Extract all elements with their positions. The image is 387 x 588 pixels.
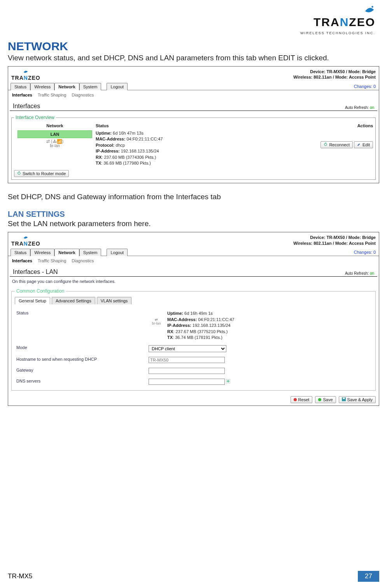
page-title: NETWORK <box>8 40 379 53</box>
tab-wireless[interactable]: Wireless <box>30 83 54 90</box>
lan-settings-heading: LAN SETTINGS <box>8 210 379 219</box>
changes-link[interactable]: Changes: 0 <box>354 82 379 90</box>
device-info: Device: TR-MX50 / Mode: Bridge Wireless:… <box>293 69 376 80</box>
uptime-label: Uptime: <box>96 131 112 135</box>
mode-select[interactable]: DHCP client <box>149 345 226 352</box>
tab-system[interactable]: System <box>79 83 102 90</box>
svg-rect-3 <box>343 398 345 399</box>
auto-refresh-state[interactable]: on <box>370 271 374 276</box>
interfaces-panel: TRANZEO Device: TR-MX50 / Mode: Bridge W… <box>8 66 379 183</box>
tab-wireless[interactable]: Wireless <box>30 249 54 256</box>
label-mode: Mode <box>16 345 149 350</box>
brand-logo-block: TRANZEO WIRELESS TECHNOLOGIES INC. <box>8 4 379 36</box>
page-description: On this page you can configure the netwo… <box>8 277 379 287</box>
save-icon <box>318 398 321 401</box>
label-gateway: Gateway <box>16 368 149 372</box>
ip-label: IP-Address: <box>167 323 191 328</box>
tab-network[interactable]: Network <box>54 83 79 90</box>
innertab-advanced[interactable]: Advanced Settings <box>52 297 95 304</box>
bridge-icon: ⇄ <box>46 139 50 144</box>
svg-point-0 <box>371 6 373 8</box>
device-line: Device: TR-MX50 / Mode: Bridge <box>293 69 376 74</box>
auto-refresh-label: Auto Refresh: <box>345 105 369 110</box>
ethernet-icon: 🖧 <box>53 139 57 144</box>
switch-router-button[interactable]: Switch to Router mode <box>14 170 69 177</box>
page-footer: TR-MX5 27 <box>8 571 379 582</box>
changes-link[interactable]: Changes: 0 <box>354 248 379 256</box>
edit-icon <box>357 142 361 147</box>
footer-buttons: Reset Save Save & Apply <box>8 394 379 405</box>
subtab-traffic[interactable]: Traffic Shaping <box>36 258 68 264</box>
reconnect-button[interactable]: Reconnect <box>320 141 353 148</box>
ip-value: 192.168.123.135/24 <box>121 149 159 153</box>
innertab-general[interactable]: General Setup <box>15 297 50 304</box>
tx-value: : 36.69 MB (177980 Pkts.) <box>101 161 151 165</box>
auto-refresh-label: Auto Refresh: <box>345 271 369 276</box>
brand-n: N <box>24 75 28 81</box>
subtab-interfaces[interactable]: Interfaces <box>11 92 34 98</box>
subtab-diagnostics[interactable]: Diagnostics <box>70 258 95 264</box>
actions-cell: Reconnect Edit <box>303 130 373 148</box>
gateway-input[interactable] <box>149 368 225 374</box>
col-head-actions: Actions <box>303 123 373 128</box>
innertab-vlan[interactable]: VLAN settings <box>97 297 132 304</box>
footer-page-number: 27 <box>358 571 379 582</box>
main-tabs: Status Wireless Network System Logout Ch… <box>8 248 379 256</box>
edit-label: Edit <box>362 142 370 147</box>
main-tabs: Status Wireless Network System Logout Ch… <box>8 82 379 90</box>
brand-post: ZEO <box>349 16 375 28</box>
reset-button[interactable]: Reset <box>291 396 313 403</box>
brand-wordmark: TRANZEO <box>313 16 375 28</box>
tab-status[interactable]: Status <box>11 83 30 90</box>
tab-logout[interactable]: Logout <box>107 249 128 256</box>
mac-value: 04:F0:21:11:CC:47 <box>198 317 234 322</box>
brand-post: ZEO <box>28 75 40 81</box>
section-title: Interfaces - LAN <box>13 269 58 276</box>
auto-refresh-state[interactable]: on <box>370 105 374 110</box>
brand-swoosh-icon <box>11 69 40 74</box>
reconnect-label: Reconnect <box>329 142 350 147</box>
auto-refresh: Auto Refresh: on <box>345 271 374 276</box>
proto-value: dhcp <box>116 143 125 147</box>
save-apply-label: Save & Apply <box>347 397 373 402</box>
mac-label: MAC-Address: <box>96 137 125 141</box>
tab-logout[interactable]: Logout <box>107 83 128 90</box>
footer-model: TR-MX5 <box>8 572 32 580</box>
iface-name: br-lan <box>14 144 96 148</box>
hostname-input[interactable] <box>149 357 225 363</box>
brand-pre: TRA <box>11 75 24 81</box>
subtab-interfaces[interactable]: Interfaces <box>11 258 34 264</box>
save-label: Save <box>323 397 333 402</box>
lan-settings-intro: Set the LAN network parameters from here… <box>8 219 379 228</box>
wifi-icon: 📶 <box>57 139 62 144</box>
page-intro: View network status, and set DHCP, DNS a… <box>8 54 379 62</box>
network-cell: LAN ⇄ (🖧📶) br-lan <box>14 130 96 148</box>
interfaces-lan-panel: TRANZEO Device: TR-MX50 / Mode: Bridge W… <box>8 232 379 406</box>
brand-n: N <box>340 16 349 28</box>
overview-legend: Interface Overview <box>14 115 56 120</box>
add-dns-icon[interactable] <box>226 379 230 384</box>
subtab-traffic[interactable]: Traffic Shaping <box>36 92 68 98</box>
device-line: Device: TR-MX50 / Mode: Bridge <box>293 235 376 240</box>
tab-network[interactable]: Network <box>54 249 79 256</box>
save-apply-button[interactable]: Save & Apply <box>339 396 376 403</box>
disk-icon <box>342 397 346 402</box>
reset-label: Reset <box>298 397 310 402</box>
refresh-icon <box>324 142 327 147</box>
subtab-diagnostics[interactable]: Diagnostics <box>70 92 95 98</box>
inner-tabs: General Setup Advanced Settings VLAN set… <box>15 297 372 304</box>
ip-value: 192.168.123.135/24 <box>193 323 231 328</box>
tab-system[interactable]: System <box>79 249 102 256</box>
col-head-status: Status <box>96 123 303 128</box>
lan-pill: LAN <box>18 130 92 138</box>
label-hostname: Hostname to send when requesting DHCP <box>16 357 149 362</box>
tab-status[interactable]: Status <box>11 249 30 256</box>
status-block: ⇄ br-lan Uptime: 6d 16h 49m 1s MAC-Addre… <box>149 311 371 341</box>
edit-button[interactable]: Edit <box>354 141 373 148</box>
sub-tabs: Interfaces Traffic Shaping Diagnostics <box>8 90 379 98</box>
col-head-network: Network <box>14 123 96 128</box>
uptime-label: Uptime: <box>167 311 183 316</box>
dns-input[interactable] <box>149 379 225 385</box>
brand-subline: WIRELESS TECHNOLOGIES INC. <box>300 31 375 35</box>
save-button[interactable]: Save <box>315 396 336 403</box>
